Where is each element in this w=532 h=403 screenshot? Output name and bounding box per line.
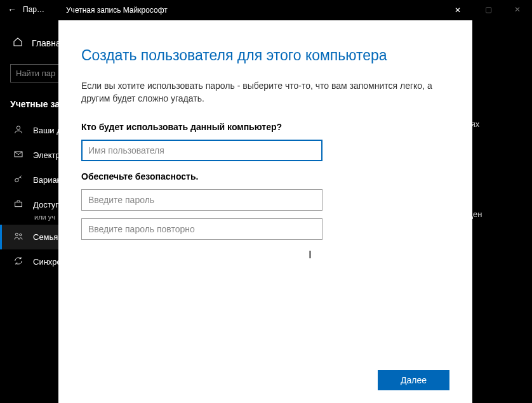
dialog-close-button[interactable]: ✕: [443, 0, 472, 20]
user-icon: [13, 124, 24, 136]
home-icon: [13, 37, 23, 49]
family-icon: [13, 231, 24, 243]
sidebar-item-label: Ваши д: [33, 126, 62, 135]
window-title: Пар…: [23, 5, 44, 14]
dialog-heading: Создать пользователя для этого компьютер…: [81, 47, 449, 64]
sidebar-item-label: Электр: [33, 150, 60, 160]
sidebar-item-label: Синхро: [33, 257, 62, 267]
svg-point-5: [20, 234, 22, 235]
svg-point-0: [17, 126, 20, 129]
key-icon: [13, 174, 24, 186]
next-button[interactable]: Далее: [378, 370, 449, 390]
briefcase-icon: [13, 199, 24, 211]
account-dialog: Учетная запись Майкрософт ✕ Создать поль…: [58, 0, 472, 403]
home-label: Главна: [32, 38, 61, 48]
maximize-button[interactable]: ▢: [474, 0, 503, 19]
mail-icon: [13, 149, 24, 161]
password-input[interactable]: [81, 189, 323, 211]
sidebar-item-label: Семья: [33, 232, 58, 242]
svg-point-4: [15, 233, 18, 235]
security-label: Обеспечьте безопасность.: [81, 171, 449, 182]
username-question: Кто будет использовать данный компьютер?: [81, 122, 449, 132]
username-input[interactable]: [81, 140, 323, 161]
dialog-title: Учетная запись Майкрософт: [66, 6, 168, 15]
svg-point-2: [15, 178, 18, 182]
dialog-description: Если вы хотите использовать пароль - выб…: [81, 79, 449, 105]
dialog-footer: Далее: [81, 362, 449, 390]
dialog-titlebar: Учетная запись Майкрософт ✕: [58, 0, 472, 20]
password-confirm-input[interactable]: [81, 218, 323, 240]
sidebar-item-label: Доступ: [33, 200, 60, 209]
svg-rect-3: [15, 202, 22, 206]
text-cursor-icon: I: [309, 249, 312, 261]
close-button[interactable]: ✕: [503, 0, 532, 19]
dialog-body: Создать пользователя для этого компьютер…: [58, 20, 472, 403]
sidebar-item-label: Вариан: [33, 175, 62, 185]
back-button[interactable]: ←: [8, 4, 17, 15]
sync-icon: [13, 256, 24, 268]
